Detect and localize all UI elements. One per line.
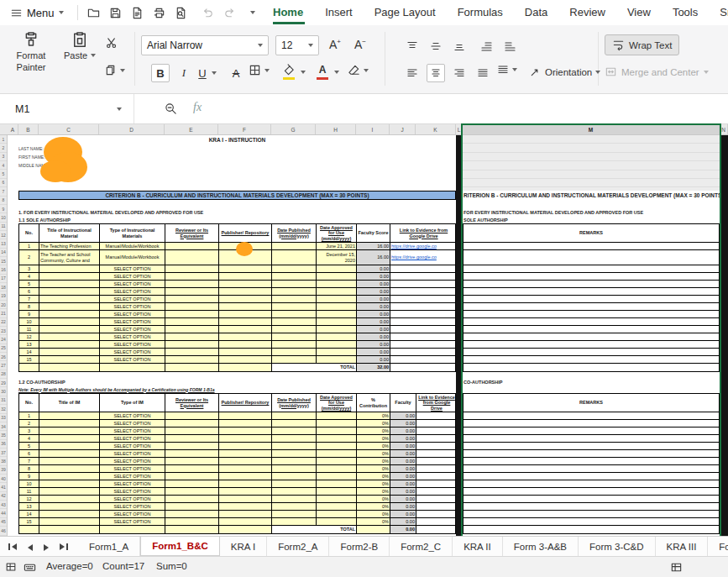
cell-type[interactable]: SELECT OPTION [100,333,165,340]
cell-faculty-score[interactable]: 0.00 [390,450,416,457]
row-header-21[interactable]: 21 [0,309,7,317]
remarks-cell[interactable] [464,503,719,510]
cell-date-approved[interactable] [317,349,357,355]
remarks-cell[interactable] [464,265,719,272]
cell-date-approved[interactable] [317,450,357,457]
remarks-cell[interactable] [464,435,719,442]
cell-faculty-score[interactable]: 0.00 [357,318,390,325]
cell-faculty-score[interactable]: 0.00 [357,326,390,333]
row-header-13[interactable]: 13 [0,239,7,248]
cell-date-published[interactable] [272,265,317,272]
cell-publisher[interactable] [219,496,272,502]
cell-date-published[interactable] [272,318,317,325]
cell-evidence[interactable] [390,296,457,302]
cell-title[interactable] [39,296,100,302]
cell-date-published[interactable] [272,435,317,442]
cell-title[interactable] [39,349,100,355]
cell-faculty-score[interactable]: 0.00 [390,503,416,510]
cell-title[interactable] [39,443,100,449]
cell-evidence[interactable] [390,326,457,333]
cell-date-published[interactable] [272,465,317,472]
cell-title[interactable] [39,311,100,317]
cell-faculty-score[interactable]: 0.00 [357,333,390,340]
row-header-28[interactable]: 28 [0,370,7,379]
cell-evidence[interactable] [416,473,457,480]
cell-reviewer[interactable] [165,465,219,472]
cell-publisher[interactable] [219,356,272,363]
next-sheet-button[interactable] [44,539,49,554]
column-header-I[interactable]: I [356,124,390,134]
header-cell[interactable]: Link to Evidence from Google Drive [390,224,457,242]
row-header-26[interactable]: 26 [0,353,7,361]
cell-faculty-score[interactable]: 0.00 [390,496,416,502]
cell-faculty-score[interactable]: 16.00 [357,250,390,265]
undo-button[interactable] [198,4,217,21]
cell-no[interactable]: 8 [19,303,39,310]
cell-type[interactable]: SELECT OPTION [100,341,165,348]
cell-title[interactable] [39,488,100,495]
cell-contribution[interactable]: 0% [357,496,390,502]
last-sheet-button[interactable] [60,543,68,550]
row-header-15[interactable]: 15 [0,257,7,265]
tab-page-layout[interactable]: Page Layout [374,0,436,25]
cell-evidence[interactable] [416,496,457,502]
cell-no[interactable]: 12 [19,333,39,340]
cell-type[interactable]: SELECT OPTION [100,480,165,487]
cell-title[interactable] [39,480,100,487]
cell-type[interactable]: SELECT OPTION [100,503,165,510]
column-header-B[interactable]: B [18,124,39,134]
column-header-F[interactable]: F [218,124,271,134]
row-header-45[interactable]: 45 [0,518,7,527]
cell-date-approved[interactable] [317,511,357,517]
cell[interactable] [219,526,272,533]
cell-reviewer[interactable] [165,265,219,272]
cell-date-published[interactable] [272,458,317,464]
cell-faculty-score[interactable]: 0.00 [390,465,416,472]
cell-no[interactable]: 5 [19,443,39,449]
row-header-11[interactable]: 11 [0,223,7,231]
cell-faculty-score[interactable]: 0.00 [357,356,390,363]
cell[interactable] [390,364,457,371]
sheet-tab-form1-b-c[interactable]: Form1_B&C [140,537,219,556]
tab-review[interactable]: Review [569,0,605,25]
cell-date-published[interactable] [272,333,317,340]
row-header-40[interactable]: 40 [0,475,7,483]
cell-contribution[interactable]: 0% [357,503,390,510]
cell-publisher[interactable] [219,458,272,464]
cell-reviewer[interactable] [165,428,219,434]
header-cell[interactable]: Faculty [390,394,416,412]
black-column-l[interactable] [456,135,463,536]
row-header-5[interactable]: 5 [0,170,7,178]
cell-faculty-score[interactable]: 0.00 [390,518,416,525]
cell-date-published[interactable] [272,518,317,525]
previous-sheet-button[interactable] [28,539,33,554]
cell-no[interactable]: 6 [19,450,39,457]
cell-type[interactable]: SELECT OPTION [100,265,165,272]
cell-faculty-score[interactable]: 16.00 [357,243,390,249]
cell-title[interactable] [39,496,100,502]
cell-evidence[interactable] [416,458,457,464]
cell-reviewer[interactable] [165,281,219,287]
cell-title[interactable] [39,356,100,363]
row-header-25[interactable]: 25 [0,344,7,353]
row-header-33[interactable]: 33 [0,414,7,422]
remarks-cell[interactable] [464,450,719,457]
cell-title[interactable] [39,458,100,464]
cell-type[interactable]: SELECT OPTION [100,511,165,517]
column-header-M[interactable]: M [463,124,720,134]
remarks-cell[interactable] [464,281,719,287]
cell-publisher[interactable] [219,311,272,317]
cell-faculty-score[interactable]: 0.00 [357,281,390,287]
cell-no[interactable]: 5 [19,281,39,287]
cell-no[interactable]: 4 [19,273,39,280]
cell-no[interactable]: 15 [19,518,39,525]
decrease-font-button[interactable]: A− [354,38,366,51]
cell-no[interactable]: 1 [19,412,39,419]
fill-color-button[interactable] [280,63,306,81]
cell-publisher[interactable] [219,480,272,487]
cell-reviewer[interactable] [165,488,219,495]
cell-evidence[interactable] [416,503,457,510]
evidence-link[interactable]: https://drive.google.co [390,250,457,265]
cell-date-approved[interactable] [317,435,357,442]
tab-home[interactable]: Home [273,0,303,25]
